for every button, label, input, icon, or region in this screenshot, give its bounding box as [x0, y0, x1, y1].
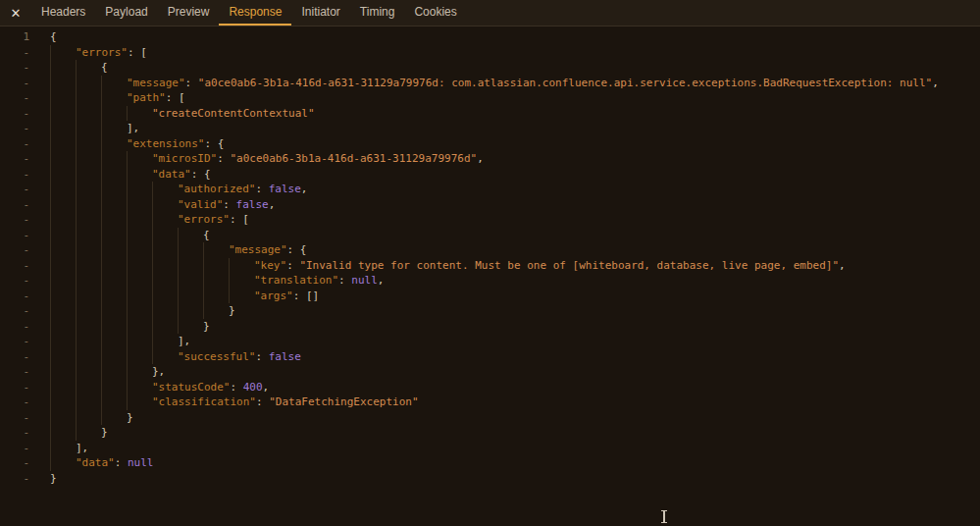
i-beam-mouse-cursor: [659, 510, 668, 523]
tab-cookies[interactable]: Cookies: [404, 0, 466, 26]
code-line: -}: [0, 471, 980, 487]
indent-guide: [50, 212, 76, 228]
indent-guide: [76, 394, 101, 410]
indent-guide: [229, 273, 254, 289]
tab-timing[interactable]: Timing: [350, 0, 405, 26]
line-gutter: 1: [0, 29, 29, 45]
tab-preview[interactable]: Preview: [158, 0, 220, 26]
line-gutter: -: [0, 319, 29, 335]
indent-guide: [76, 121, 101, 136]
indent-guide: [152, 212, 178, 228]
indent-guide: [50, 121, 76, 136]
indent-guide: [152, 242, 178, 258]
code-token: "extensions": [127, 136, 204, 152]
code-token: null: [128, 455, 154, 471]
indent-guide: [101, 242, 127, 258]
code-token: ],: [178, 334, 190, 349]
indent-guide: [76, 319, 101, 335]
indent-guide: [76, 410, 101, 426]
code-line: -"path": [: [0, 90, 980, 106]
indent-guide: [101, 319, 127, 335]
indent-guide: [178, 319, 203, 335]
indent-guide: [127, 319, 152, 335]
indent-guide: [127, 167, 152, 183]
line-gutter: -: [0, 289, 29, 304]
network-detail-tabbar: ✕ Headers Payload Preview Response Initi…: [0, 0, 980, 26]
code-token: }: [50, 471, 57, 487]
indent-guide: [127, 394, 152, 410]
line-gutter: -: [0, 425, 29, 441]
code-token: ,: [263, 380, 270, 395]
code-content: ],: [29, 441, 88, 456]
code-token: "data": [152, 167, 191, 183]
code-content: "translation": null,: [29, 273, 384, 289]
code-line: -}: [0, 303, 980, 319]
indent-guide: [127, 182, 152, 197]
indent-guide: [50, 151, 76, 167]
indent-guide: [50, 334, 76, 349]
line-gutter: -: [0, 441, 29, 456]
line-gutter: -: [0, 212, 29, 228]
code-token: "classification": [152, 394, 256, 410]
indent-guide: [50, 455, 76, 471]
line-gutter: -: [0, 197, 29, 213]
tab-initiator[interactable]: Initiator: [291, 0, 349, 26]
indent-guide: [152, 303, 178, 319]
indent-guide: [76, 76, 101, 91]
code-content: {: [29, 29, 57, 45]
code-line: -"errors": [: [0, 212, 980, 228]
code-token: ,: [269, 197, 276, 213]
indent-guide: [127, 197, 152, 213]
indent-guide: [50, 380, 76, 395]
code-content: "extensions": {: [29, 136, 224, 152]
tab-response[interactable]: Response: [219, 0, 291, 26]
indent-guide: [50, 90, 76, 106]
line-gutter: -: [0, 182, 29, 197]
indent-guide: [50, 394, 76, 410]
line-gutter: -: [0, 349, 29, 365]
indent-guide: [76, 106, 101, 122]
indent-guide: [127, 273, 152, 289]
code-line: -"authorized": false,: [0, 182, 980, 197]
indent-guide: [101, 76, 127, 91]
tab-headers[interactable]: Headers: [31, 0, 95, 26]
indent-guide: [101, 90, 127, 106]
indent-guide: [50, 319, 76, 335]
indent-guide: [76, 425, 101, 441]
code-token: "a0ce0ab6-3b1a-416d-a631-31129a79976d: c…: [198, 76, 932, 91]
indent-guide: [101, 380, 127, 395]
code-content: "errors": [: [29, 45, 147, 61]
code-content: "data": {: [29, 167, 211, 183]
line-gutter: -: [0, 394, 29, 410]
indent-guide: [50, 136, 76, 152]
code-token: : {: [287, 242, 307, 258]
code-token: {: [203, 228, 210, 243]
code-content: "message": {: [29, 242, 306, 258]
indent-guide: [127, 380, 152, 395]
indent-guide: [50, 410, 76, 426]
code-token: }: [203, 319, 210, 335]
code-content: }: [29, 303, 235, 319]
indent-guide: [101, 258, 127, 274]
line-gutter: -: [0, 334, 29, 349]
code-line: -{: [0, 60, 980, 76]
code-token: "statusCode": [152, 380, 230, 395]
code-content: "errors": [: [29, 212, 249, 228]
code-token: "authorized": [178, 182, 255, 197]
indent-guide: [101, 228, 127, 243]
close-icon[interactable]: ✕: [0, 0, 31, 26]
tab-payload[interactable]: Payload: [95, 0, 157, 26]
indent-guide: [76, 273, 101, 289]
indent-guide: [203, 258, 229, 274]
indent-guide: [76, 167, 101, 183]
code-content: ],: [29, 334, 190, 349]
indent-guide: [76, 364, 101, 380]
code-token: :: [115, 455, 128, 471]
code-token: {: [101, 60, 108, 76]
indent-guide: [229, 289, 254, 304]
indent-guide: [50, 228, 76, 243]
indent-guide: [76, 380, 101, 395]
code-token: "translation": [254, 273, 338, 289]
line-gutter: -: [0, 45, 29, 61]
code-line: -"createContentContextual": [0, 106, 980, 122]
